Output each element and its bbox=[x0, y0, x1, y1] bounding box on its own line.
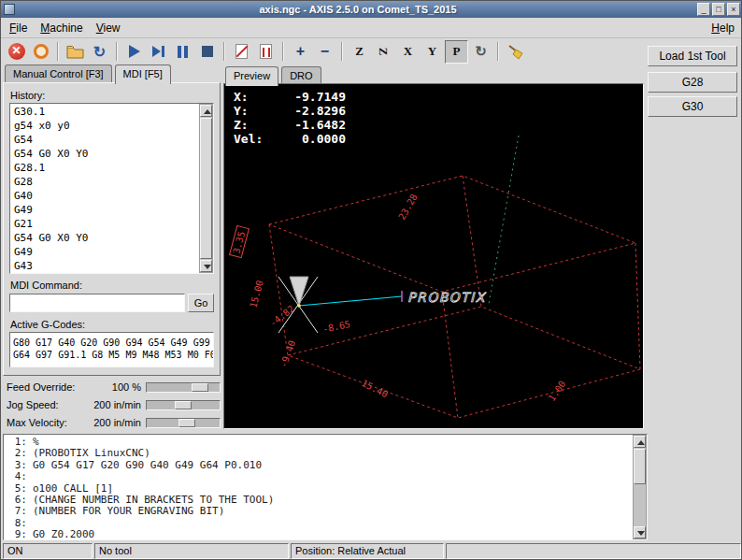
toolbar-separator bbox=[497, 42, 499, 61]
tab-preview[interactable]: Preview bbox=[225, 66, 278, 86]
tab-manual-control[interactable]: Manual Control [F3] bbox=[5, 65, 112, 83]
gcode-line[interactable]: 2:(PROBOTIX LinuxCNC) bbox=[5, 448, 631, 459]
load-first-tool-button[interactable]: Load 1st Tool bbox=[648, 46, 737, 66]
feed-override-label: Feed Override: bbox=[7, 381, 75, 393]
mdi-command-input[interactable] bbox=[9, 294, 185, 312]
toolbar-separator bbox=[223, 42, 225, 61]
titlebar[interactable]: axis.ngc - AXIS 2.5.0 on Comet_TS_2015 _… bbox=[1, 1, 742, 18]
g30-button[interactable]: G30 bbox=[648, 96, 737, 117]
minimize-button[interactable]: _ bbox=[697, 3, 710, 16]
view-front-button[interactable]: Y bbox=[421, 40, 444, 64]
view-top-button[interactable]: Z bbox=[348, 40, 371, 64]
dim-text: 15.00 bbox=[248, 280, 264, 309]
history-item[interactable]: G54 G0 X0 Y0 bbox=[14, 147, 198, 161]
gcode-line[interactable]: 9:G0 Z0.2000 bbox=[5, 529, 631, 538]
step-button[interactable] bbox=[147, 40, 170, 64]
dim-text: 15.40 bbox=[360, 378, 390, 399]
toggle-skip-lines-button[interactable] bbox=[230, 40, 253, 64]
engraving-preview-text: PROBOTIX bbox=[407, 290, 487, 305]
front-view-icon: Y bbox=[428, 44, 436, 59]
open-file-button[interactable] bbox=[64, 40, 87, 64]
close-button[interactable]: × bbox=[727, 3, 740, 16]
toolbar-separator bbox=[282, 42, 284, 61]
history-item[interactable]: G21 bbox=[14, 217, 198, 231]
zoom-out-button[interactable]: − bbox=[313, 40, 336, 64]
menu-help[interactable]: Help bbox=[705, 19, 741, 37]
history-item[interactable]: G40 bbox=[14, 189, 198, 203]
active-gcodes-line: G64 G97 G91.1 G8 M5 M9 M48 M53 M0 F0 bbox=[13, 349, 211, 361]
tool-tip-marker bbox=[297, 304, 301, 308]
view-side-button[interactable]: X bbox=[396, 40, 420, 64]
scroll-up-icon[interactable] bbox=[634, 436, 646, 448]
view-perspective-button[interactable]: P bbox=[445, 40, 468, 64]
pause-button[interactable] bbox=[171, 40, 194, 64]
readout-label: Y: bbox=[234, 104, 273, 118]
tab-mdi[interactable]: MDI [F5] bbox=[115, 65, 171, 84]
slider-thumb[interactable] bbox=[175, 401, 192, 409]
go-button[interactable]: Go bbox=[188, 294, 214, 312]
scrollbar-thumb[interactable] bbox=[634, 449, 646, 484]
side-view-icon: X bbox=[404, 44, 412, 59]
feed-override-slider[interactable] bbox=[146, 382, 221, 393]
gcode-line[interactable]: 7:(NUMBER FOR YOUR ENGRAVING BIT) bbox=[5, 506, 631, 517]
maximize-button[interactable]: □ bbox=[712, 3, 725, 16]
machine-power-button[interactable] bbox=[29, 40, 52, 64]
stop-icon bbox=[202, 46, 213, 57]
toolbar-separator bbox=[341, 42, 343, 61]
history-item[interactable]: g54 x0 y0 bbox=[14, 119, 198, 133]
history-item[interactable]: G28 bbox=[14, 175, 198, 189]
status-spacer bbox=[446, 543, 741, 559]
reload-file-button[interactable]: ↻ bbox=[88, 40, 111, 64]
scroll-down-icon[interactable] bbox=[634, 526, 646, 538]
gcode-line[interactable]: 4: bbox=[5, 471, 631, 482]
gcode-listing: 1:% 2:(PROBOTIX LinuxCNC) 3:G0 G54 G17 G… bbox=[3, 434, 648, 540]
history-item[interactable]: G49 bbox=[14, 203, 198, 217]
max-velocity-slider[interactable] bbox=[146, 418, 221, 428]
zoom-in-button[interactable]: + bbox=[289, 40, 312, 64]
rotate-icon: ↻ bbox=[475, 43, 487, 60]
slider-thumb[interactable] bbox=[178, 419, 195, 427]
readout-label: X: bbox=[234, 90, 273, 104]
history-item[interactable]: G54 bbox=[14, 133, 198, 147]
gcode-line[interactable]: 8: bbox=[5, 518, 631, 529]
gcode-line[interactable]: 3:G0 G54 G17 G20 G90 G40 G49 G64 P0.010 bbox=[5, 460, 631, 471]
g28-button[interactable]: G28 bbox=[648, 72, 737, 93]
readout-label: Z: bbox=[234, 118, 273, 132]
history-item[interactable]: G30.1 bbox=[14, 105, 198, 119]
window-title: axis.ngc - AXIS 2.5.0 on Comet_TS_2015 bbox=[19, 4, 697, 15]
stop-button[interactable] bbox=[195, 40, 219, 64]
view-rotated-top-button[interactable]: Z bbox=[372, 40, 395, 64]
menu-view[interactable]: View bbox=[90, 19, 127, 37]
menu-machine[interactable]: Machine bbox=[34, 19, 89, 37]
mdi-history-list: G30.1 g54 x0 y0 G54 G54 G0 X0 Y0 G28.1 G… bbox=[9, 103, 214, 274]
history-item[interactable]: G28.1 bbox=[14, 161, 198, 175]
history-item[interactable]: G54 G0 X0 Y0 bbox=[14, 231, 198, 245]
readout-value: 0.0000 bbox=[273, 132, 346, 146]
toggle-optional-pause-button[interactable] bbox=[254, 40, 278, 64]
run-button[interactable] bbox=[122, 40, 146, 64]
slider-thumb[interactable] bbox=[192, 383, 208, 392]
history-scrollbar[interactable] bbox=[199, 104, 213, 273]
estop-button[interactable]: ✕ bbox=[5, 40, 28, 64]
dim-text: 23.28 bbox=[396, 192, 420, 222]
history-item[interactable]: G49 bbox=[14, 245, 198, 259]
history-label: History: bbox=[10, 90, 214, 101]
step-icon bbox=[152, 46, 164, 57]
app-icon[interactable] bbox=[4, 4, 15, 15]
preview-canvas[interactable]: X:-9.7149 Y:-2.8296 Z:-1.6482 Vel:0.0000… bbox=[223, 83, 644, 429]
jog-speed-slider[interactable] bbox=[146, 400, 221, 410]
dim-text: -8.65 bbox=[321, 319, 351, 335]
scroll-down-icon[interactable] bbox=[200, 260, 212, 272]
clear-plot-button[interactable] bbox=[504, 40, 527, 64]
menu-file[interactable]: File bbox=[3, 19, 34, 37]
gcode-scrollbar[interactable] bbox=[633, 435, 647, 539]
history-item[interactable]: G43 bbox=[14, 259, 198, 272]
top-view-icon: Z bbox=[355, 44, 364, 59]
scrollbar-thumb[interactable] bbox=[200, 118, 212, 259]
folder-icon bbox=[66, 45, 84, 59]
rotate-view-button[interactable]: ↻ bbox=[469, 40, 492, 64]
scroll-up-icon[interactable] bbox=[200, 105, 212, 117]
zoom-out-icon: − bbox=[321, 45, 329, 58]
statusbar: ON No tool Position: Relative Actual bbox=[1, 543, 742, 560]
tab-dro[interactable]: DRO bbox=[281, 66, 321, 83]
